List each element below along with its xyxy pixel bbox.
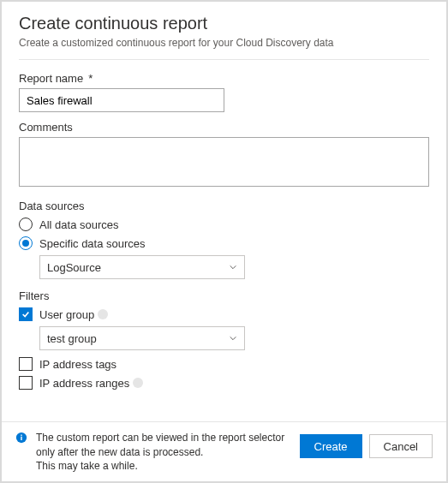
svg-rect-1	[21, 437, 21, 440]
radio-specific-data-sources[interactable]: Specific data sources	[19, 236, 429, 250]
chevron-down-icon	[229, 334, 237, 343]
dialog-window: Create continuous report Create a custom…	[0, 0, 448, 483]
report-name-text: Report name	[19, 72, 83, 85]
chevron-down-icon	[229, 263, 237, 271]
footer-line2: This may take a while.	[36, 460, 138, 472]
radio-specific-label: Specific data sources	[39, 237, 146, 250]
user-group-select-value: test group	[47, 332, 97, 345]
radio-all-label: All data sources	[39, 218, 119, 231]
cancel-button[interactable]: Cancel	[369, 434, 433, 458]
data-sources-label: Data sources	[19, 200, 429, 212]
checkbox-icon	[19, 307, 33, 321]
report-name-label: Report name *	[19, 72, 429, 85]
info-icon	[98, 309, 108, 319]
ip-tags-label: IP address tags	[39, 358, 116, 371]
info-icon	[15, 432, 27, 444]
filters-label: Filters	[19, 289, 429, 302]
divider	[19, 59, 429, 60]
required-indicator: *	[88, 72, 93, 85]
user-group-select[interactable]: test group	[39, 326, 245, 350]
checkbox-icon	[19, 376, 33, 390]
data-source-select-value: LogSource	[47, 261, 101, 274]
ip-ranges-label: IP address ranges	[39, 377, 143, 390]
dialog-footer: The custom report can be viewed in the r…	[2, 421, 446, 481]
comments-label: Comments	[19, 121, 429, 134]
ip-ranges-text: IP address ranges	[39, 377, 129, 390]
user-group-label: User group	[39, 308, 108, 321]
page-subtitle: Create a customized continuous report fo…	[19, 37, 429, 49]
info-icon	[133, 378, 143, 388]
data-source-select[interactable]: LogSource	[39, 255, 245, 279]
checkbox-icon	[19, 357, 33, 371]
checkbox-ip-ranges[interactable]: IP address ranges	[19, 376, 429, 390]
radio-icon	[19, 218, 33, 231]
report-name-input[interactable]	[19, 88, 224, 112]
dialog-content: Create continuous report Create a custom…	[2, 2, 446, 421]
svg-rect-2	[21, 435, 21, 436]
footer-info-text: The custom report can be viewed in the r…	[36, 431, 291, 473]
checkbox-ip-tags[interactable]: IP address tags	[19, 357, 429, 371]
footer-line1: The custom report can be viewed in the r…	[36, 432, 284, 457]
page-title: Create continuous report	[19, 14, 429, 33]
user-group-text: User group	[39, 308, 94, 321]
radio-all-data-sources[interactable]: All data sources	[19, 218, 429, 231]
footer-buttons: Create Cancel	[300, 434, 433, 458]
radio-icon	[19, 236, 33, 250]
checkbox-user-group[interactable]: User group	[19, 307, 429, 321]
comments-input[interactable]	[19, 137, 429, 187]
create-button[interactable]: Create	[300, 434, 362, 458]
